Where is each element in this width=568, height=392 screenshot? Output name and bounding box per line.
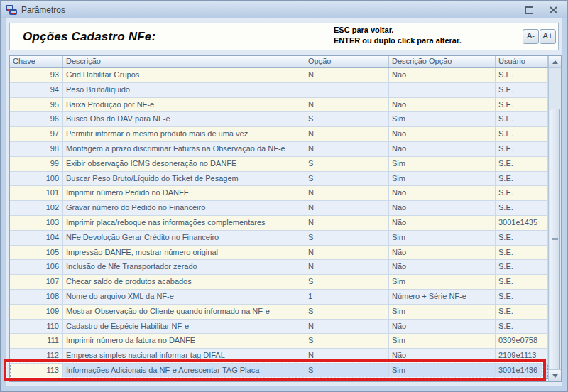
cell-descricao: NFe Devolução Gerar Crédito no Financeir…: [63, 231, 305, 245]
cell-opcao: S: [305, 172, 389, 186]
cell-usuario: S.E.: [496, 305, 548, 319]
cell-descricao: Exibir observação ICMS desoneração no DA…: [63, 157, 305, 171]
table-row[interactable]: 103Imprimir placa/reboque nas informaçõe…: [10, 216, 548, 231]
cell-usuario: 3001e1436: [496, 364, 548, 378]
table-row[interactable]: 106Inclusão de Nfe Transportador zeradoN…: [10, 260, 548, 275]
cell-descricao: Empresa simples nacional informar tag DI…: [63, 349, 305, 363]
cell-descricao-opcao: Número + Série NF-e: [389, 290, 496, 304]
cell-descricao: Informações Adicionais da NF-e Acrescent…: [63, 364, 305, 378]
window-controls: [521, 4, 561, 16]
scrollbar-grip-icon: [552, 238, 558, 241]
cell-opcao: N: [305, 320, 389, 334]
table-row[interactable]: 113Informações Adicionais da NF-e Acresc…: [10, 364, 548, 379]
cell-descricao: Imprimir número Pedido no DANFE: [63, 186, 305, 200]
cell-descricao-opcao: Não: [389, 201, 496, 215]
cell-descricao: Montagem a prazo discriminar Faturas na …: [63, 142, 305, 156]
close-icon: [550, 6, 557, 13]
cell-descricao-opcao: Não: [389, 98, 496, 112]
table-row[interactable]: 111Imprimir número da fatura no DANFESSi…: [10, 334, 548, 349]
table-row[interactable]: 95Baixa Produção por NF-eNNãoS.E.: [10, 98, 548, 113]
cell-opcao: N: [305, 201, 389, 215]
table-row[interactable]: 100Buscar Peso Bruto/Líquido do Ticket d…: [10, 172, 548, 187]
font-decrease-button[interactable]: A-: [523, 29, 539, 44]
column-header-descricao-opcao[interactable]: Descrição Opção: [389, 56, 496, 67]
cell-opcao: N: [305, 216, 389, 230]
cell-opcao: N: [305, 142, 389, 156]
scrollbar-up-button[interactable]: [549, 56, 561, 68]
scrollbar-thumb[interactable]: [550, 109, 560, 370]
cell-chave: 97: [10, 127, 63, 141]
table-row[interactable]: 101Imprimir número Pedido no DANFENNãoS.…: [10, 186, 548, 201]
cell-chave: 103: [10, 216, 63, 230]
column-header-chave[interactable]: Chave: [10, 56, 63, 67]
scrollbar-down-button[interactable]: [549, 369, 561, 381]
close-button[interactable]: [545, 4, 561, 16]
cell-chave: 113: [10, 364, 63, 378]
cell-descricao: Mostrar Observação do Cliente quando inf…: [63, 305, 305, 319]
cell-descricao: Busca Obs do DAV para NF-e: [63, 112, 305, 126]
table-row[interactable]: 98Montagem a prazo discriminar Faturas n…: [10, 142, 548, 157]
cell-descricao: Gravar número do Pedido no Financeiro: [63, 201, 305, 215]
cell-chave: 93: [10, 68, 63, 82]
font-increase-button[interactable]: A+: [540, 29, 556, 44]
cell-opcao: N: [305, 246, 389, 260]
table-row[interactable]: 96Busca Obs do DAV para NF-eSSimS.E.: [10, 112, 548, 127]
cell-descricao-opcao: Não: [389, 260, 496, 274]
cell-usuario: S.E.: [496, 98, 548, 112]
cell-usuario: S.E.: [496, 231, 548, 245]
cell-descricao-opcao: Não: [389, 127, 496, 141]
table-row[interactable]: 97Permitir informar o mesmo produto mais…: [10, 127, 548, 142]
cell-usuario: S.E.: [496, 320, 548, 334]
cell-usuario: S.E.: [496, 290, 548, 304]
titlebar[interactable]: Parâmetros: [1, 1, 567, 18]
cell-opcao: N: [305, 68, 389, 82]
table-row[interactable]: 104NFe Devolução Gerar Crédito no Financ…: [10, 231, 548, 246]
cell-descricao: Imprimir placa/reboque nas informações c…: [63, 216, 305, 230]
column-header-usuario[interactable]: Usuário: [496, 56, 548, 67]
page-title: Opções Cadastro NFe:: [23, 30, 155, 44]
table-row[interactable]: 110Cadastro de Espécie Habilitar NF-eNNã…: [10, 320, 548, 334]
table-row[interactable]: 102Gravar número do Pedido no Financeiro…: [10, 201, 548, 216]
cell-opcao: N: [305, 349, 389, 363]
restore-button[interactable]: [521, 4, 537, 16]
cell-opcao: S: [305, 112, 389, 126]
table-row[interactable]: 99Exibir observação ICMS desoneração no …: [10, 157, 548, 172]
cell-usuario: S.E.: [496, 260, 548, 274]
table-row[interactable]: 109Mostrar Observação do Cliente quando …: [10, 305, 548, 320]
cell-chave: 110: [10, 320, 63, 334]
restore-icon: [525, 6, 533, 14]
cell-descricao-opcao: Não: [389, 186, 496, 200]
cell-descricao: Peso Bruto/líquido: [63, 83, 305, 97]
cell-descricao: Cadastro de Espécie Habilitar NF-e: [63, 320, 305, 334]
cell-chave: 112: [10, 349, 63, 363]
parameters-grid: Chave Descrição Opção Descrição Opção Us…: [9, 55, 562, 382]
table-row[interactable]: 105Impressão DANFE, mostrar número origi…: [10, 246, 548, 261]
cell-opcao: 1: [305, 290, 389, 304]
table-row[interactable]: 107Checar saldo de produtos acabadosSSim…: [10, 275, 548, 290]
cell-opcao: S: [305, 364, 389, 378]
cell-descricao-opcao: [389, 83, 496, 97]
vertical-scrollbar[interactable]: [548, 56, 561, 381]
table-row[interactable]: 94Peso Bruto/líquidoS.E.: [10, 83, 548, 98]
cell-usuario: S.E.: [496, 68, 548, 82]
table-row[interactable]: 112Empresa simples nacional informar tag…: [10, 349, 548, 364]
cell-descricao-opcao: Não: [389, 246, 496, 260]
cell-usuario: S.E.: [496, 112, 548, 126]
column-header-descricao[interactable]: Descrição: [63, 56, 305, 67]
table-row[interactable]: 93Grid Habilitar GruposNNãoS.E.: [10, 68, 548, 83]
window-title: Parâmetros: [21, 5, 65, 15]
column-header-opcao[interactable]: Opção: [305, 56, 389, 67]
cell-chave: 102: [10, 201, 63, 215]
cell-opcao: S: [305, 334, 389, 348]
cell-opcao: S: [305, 305, 389, 319]
cell-opcao: N: [305, 127, 389, 141]
cell-descricao: Baixa Produção por NF-e: [63, 98, 305, 112]
cell-descricao-opcao: Não: [389, 68, 496, 82]
cell-usuario: S.E.: [496, 246, 548, 260]
cell-descricao-opcao: Sim: [389, 172, 496, 186]
app-icon: [6, 4, 17, 16]
cell-chave: 108: [10, 290, 63, 304]
cell-descricao-opcao: Não: [389, 320, 496, 334]
table-row[interactable]: 108Nome do arquivo XML da NF-e1Número + …: [10, 290, 548, 305]
cell-usuario: S.E.: [496, 186, 548, 200]
